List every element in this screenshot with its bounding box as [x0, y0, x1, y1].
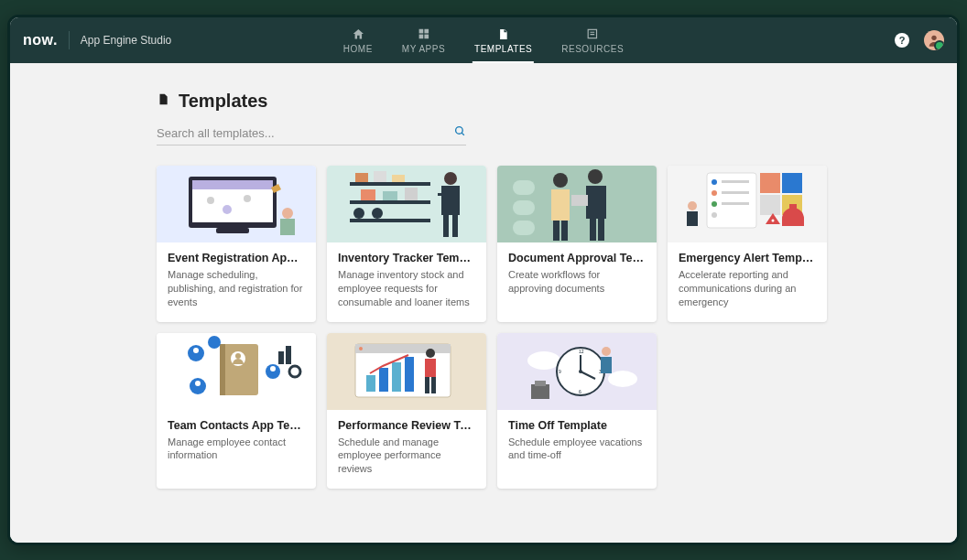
card-body: Event Registration App Te... Manage sche…	[157, 242, 316, 322]
svg-rect-36	[513, 200, 535, 215]
svg-rect-0	[418, 29, 423, 34]
template-card[interactable]: Performance Review Tem... Schedule and m…	[327, 333, 486, 490]
svg-point-42	[588, 169, 603, 184]
template-thumbnail	[327, 333, 486, 410]
svg-rect-57	[760, 195, 780, 215]
nav-label: RESOURCES	[561, 44, 624, 54]
app-window: now. App Engine Studio HOME MY APPS	[7, 15, 960, 545]
svg-rect-35	[513, 180, 535, 195]
help-icon[interactable]: ?	[895, 33, 909, 48]
svg-rect-25	[361, 189, 375, 200]
svg-point-73	[270, 366, 276, 372]
templates-grid: Event Registration App Te... Manage sche…	[157, 166, 834, 489]
svg-rect-82	[392, 362, 401, 392]
svg-rect-56	[782, 173, 802, 193]
nav-resources[interactable]: RESOURCES	[560, 21, 625, 63]
svg-rect-45	[590, 219, 596, 241]
svg-point-14	[223, 205, 232, 214]
template-card[interactable]: Event Registration App Te... Manage sche…	[157, 166, 316, 322]
template-card[interactable]: Document Approval Temp... Create workflo…	[497, 166, 657, 322]
card-body: Performance Review Tem... Schedule and m…	[327, 410, 486, 490]
template-card[interactable]: Emergency Alert Template Accelerate repo…	[668, 166, 827, 322]
search-input[interactable]	[157, 126, 454, 140]
svg-rect-99	[601, 357, 612, 373]
svg-point-76	[289, 366, 300, 377]
template-thumbnail	[497, 166, 657, 242]
svg-rect-85	[425, 359, 436, 377]
svg-point-89	[608, 371, 637, 387]
template-card[interactable]: 123 69 Time Off Template Schedule employ…	[497, 333, 657, 490]
svg-rect-80	[366, 375, 375, 392]
page-title-row: Templates	[157, 91, 834, 112]
template-desc: Accelerate reporting and communications …	[679, 268, 816, 309]
svg-point-8	[456, 127, 463, 135]
svg-rect-60	[789, 204, 797, 210]
svg-point-98	[602, 347, 611, 356]
svg-rect-83	[405, 357, 414, 392]
content-area: Templates	[10, 63, 957, 543]
svg-rect-87	[431, 377, 436, 393]
template-title: Emergency Alert Template	[679, 252, 816, 264]
svg-rect-55	[760, 173, 780, 193]
nav-label: MY APPS	[402, 44, 445, 54]
svg-rect-40	[553, 221, 560, 241]
svg-rect-31	[441, 186, 460, 215]
svg-point-17	[282, 208, 293, 219]
home-icon	[351, 27, 365, 41]
svg-rect-39	[551, 189, 570, 221]
svg-rect-20	[350, 200, 430, 204]
nav-home[interactable]: HOME	[342, 21, 375, 63]
brand-logo: now.	[23, 32, 58, 48]
template-title: Document Approval Temp...	[508, 252, 646, 264]
svg-point-29	[372, 208, 383, 219]
svg-rect-46	[598, 219, 604, 241]
svg-point-7	[931, 36, 936, 40]
template-desc: Manage scheduling, publishing, and regis…	[168, 268, 305, 309]
template-title: Inventory Tracker Template	[338, 252, 475, 264]
brand-separator	[69, 31, 70, 49]
apps-icon	[416, 27, 430, 41]
avatar[interactable]	[924, 30, 944, 50]
svg-point-48	[712, 179, 717, 185]
template-thumbnail	[668, 166, 827, 242]
card-body: Time Off Template Schedule employee vaca…	[497, 410, 657, 476]
svg-point-88	[527, 351, 560, 370]
template-title: Time Off Template	[508, 419, 646, 432]
document-icon	[157, 92, 169, 111]
nav-my-apps[interactable]: MY APPS	[400, 21, 447, 63]
svg-rect-37	[513, 221, 535, 235]
svg-rect-24	[392, 175, 405, 182]
svg-rect-44	[571, 195, 588, 206]
template-desc: Create workflows for approving documents	[508, 268, 646, 296]
svg-rect-32	[438, 193, 447, 196]
svg-point-28	[353, 208, 364, 219]
svg-rect-3	[424, 35, 429, 39]
top-bar: now. App Engine Studio HOME MY APPS	[10, 17, 957, 63]
svg-point-30	[444, 172, 457, 185]
template-desc: Schedule and manage employee performance…	[338, 436, 475, 477]
svg-rect-101	[535, 381, 546, 386]
search-icon[interactable]	[454, 124, 466, 141]
nav-templates[interactable]: TEMPLATES	[473, 21, 534, 63]
svg-rect-81	[379, 368, 388, 392]
svg-point-61	[688, 201, 697, 210]
svg-rect-2	[418, 35, 423, 39]
nav-label: TEMPLATES	[474, 44, 532, 54]
svg-rect-75	[286, 346, 291, 364]
svg-rect-26	[383, 191, 397, 200]
card-body: Inventory Tracker Template Manage invent…	[327, 242, 486, 322]
svg-point-51	[712, 212, 717, 218]
svg-rect-86	[425, 377, 429, 393]
svg-rect-78	[355, 344, 451, 353]
svg-rect-27	[405, 188, 418, 200]
svg-rect-22	[355, 173, 368, 182]
svg-rect-18	[280, 219, 295, 235]
resources-icon	[585, 27, 600, 41]
search-row	[157, 121, 466, 145]
svg-rect-19	[350, 182, 430, 186]
template-title: Team Contacts App Templ...	[168, 419, 305, 432]
template-card[interactable]: Inventory Tracker Template Manage invent…	[327, 166, 486, 322]
svg-point-13	[207, 197, 214, 204]
template-card[interactable]: Team Contacts App Templ... Manage employ…	[157, 333, 316, 490]
topbar-right: ?	[895, 30, 944, 50]
